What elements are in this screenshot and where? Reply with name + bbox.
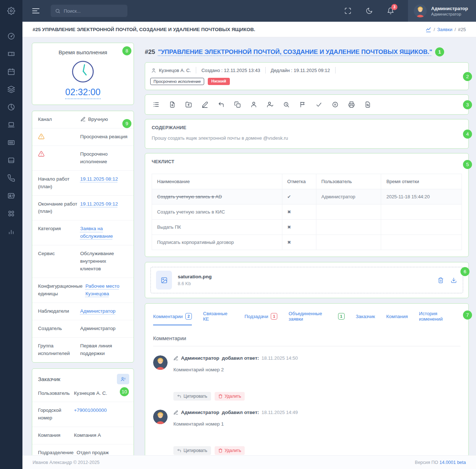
checklist-mark-done[interactable]: ✔ bbox=[282, 189, 316, 204]
checklist-item-time bbox=[381, 204, 462, 220]
sidebar-item-knowledge[interactable] bbox=[7, 156, 15, 164]
tab-merged-count-badge: 1 bbox=[338, 313, 345, 320]
customer-card: 10 Заказчик Пользователь Кузнецов А. С. … bbox=[32, 368, 134, 469]
dark-mode-icon[interactable] bbox=[366, 7, 373, 14]
laptop-icon bbox=[7, 121, 15, 129]
tab-customer[interactable]: Заказчик bbox=[356, 314, 375, 324]
reassign-user-button[interactable] bbox=[267, 101, 273, 108]
config-unit-link[interactable]: Рабочее место Кузнецова bbox=[85, 283, 119, 296]
annotation-marker-7: 7 bbox=[463, 310, 472, 320]
image-icon bbox=[161, 277, 168, 284]
tab-related-ci[interactable]: Связанные КЕ bbox=[203, 311, 233, 327]
annotation-marker-2: 2 bbox=[463, 72, 472, 81]
trash-icon bbox=[218, 394, 223, 398]
search-input[interactable] bbox=[64, 8, 122, 14]
sidebar-item-settings[interactable] bbox=[7, 7, 15, 15]
customer-label: Городской номер bbox=[38, 407, 74, 422]
assign-user-button[interactable] bbox=[250, 101, 257, 108]
checklist-mark-open[interactable]: ✖ bbox=[282, 220, 316, 235]
edit-pencil-icon bbox=[202, 101, 208, 108]
watcher-link[interactable]: Администратор bbox=[80, 308, 115, 314]
comment-text: Комментарий номер 2 bbox=[173, 367, 460, 372]
user-menu[interactable]: Администратор Администратор bbox=[408, 0, 476, 22]
customer-info-button[interactable] bbox=[117, 374, 129, 384]
detail-row-creator: Создатель Администратор bbox=[32, 320, 134, 338]
checklist-header-name: Наименование bbox=[152, 174, 282, 189]
checklist-button[interactable] bbox=[153, 101, 159, 108]
pause-button[interactable] bbox=[332, 101, 338, 108]
detail-row-executor-group: Группа исполнителей Первая линия поддерж… bbox=[32, 338, 134, 362]
search-icon bbox=[55, 8, 60, 14]
download-attachment-icon[interactable] bbox=[451, 277, 457, 283]
sidebar-item-calendar[interactable] bbox=[7, 68, 15, 76]
execution-time-card: 8 Время выполнения 02:32:00 bbox=[32, 43, 134, 105]
phone-icon bbox=[7, 174, 15, 182]
sidebar-item-tickets[interactable] bbox=[7, 50, 15, 58]
tab-subtasks-count-badge: 1 bbox=[271, 313, 277, 320]
sidebar-item-workstations[interactable] bbox=[7, 121, 15, 129]
flag-button[interactable] bbox=[299, 101, 306, 108]
detail-row-end-plan: Окончание работ (план) 19.11.2025 09:12 bbox=[32, 196, 134, 221]
detail-label: Создатель bbox=[38, 325, 80, 333]
copy-button[interactable] bbox=[234, 101, 241, 108]
sidebar-item-statistics[interactable] bbox=[7, 227, 15, 235]
sidebar-item-layers[interactable] bbox=[7, 85, 15, 93]
sidebar-item-calls[interactable] bbox=[7, 174, 15, 182]
sidebar-item-dashboard[interactable] bbox=[7, 32, 15, 40]
detail-value: Вручную bbox=[88, 116, 108, 123]
annotation-marker-6: 6 bbox=[460, 267, 469, 276]
menu-toggle-button[interactable] bbox=[32, 8, 40, 14]
delete-attachment-icon[interactable] bbox=[438, 277, 444, 283]
version-link[interactable]: 14.0001 beta bbox=[439, 460, 466, 465]
checklist-section-title: ЧЕКЛИСТ bbox=[152, 159, 462, 164]
folder-plus-icon bbox=[185, 101, 192, 108]
complete-button[interactable] bbox=[316, 101, 322, 108]
pencil-icon bbox=[173, 410, 178, 415]
phone-link[interactable]: +79001000000 bbox=[74, 407, 106, 413]
edit-button[interactable] bbox=[202, 101, 208, 108]
right-column: #25 "УПРАВЛЕНИЕ ЭЛЕКТРОННОЙ ПОЧТОЙ, СОЗД… bbox=[145, 43, 469, 466]
page-header: #25 УПРАВЛЕНИЕ ЭЛЕКТРОННОЙ ПОЧТОЙ, СОЗДА… bbox=[22, 22, 476, 37]
detail-value: Обслуживание внутренних клиентов bbox=[80, 250, 128, 273]
tab-comments[interactable]: Комментарии2 bbox=[153, 313, 192, 325]
sidebar-item-inventory[interactable] bbox=[7, 139, 15, 147]
sidebar-item-reports[interactable] bbox=[7, 103, 15, 111]
breadcrumb-link-requests[interactable]: Заявки bbox=[437, 27, 452, 32]
calendar-icon bbox=[7, 68, 15, 76]
topbar: 3 Администратор Администратор bbox=[22, 0, 476, 22]
detail-row-service: Сервис Обслуживание внутренних клиентов bbox=[32, 245, 134, 278]
execution-time-value[interactable]: 02:32:00 bbox=[65, 87, 100, 99]
comment-item: Администратор добавил ответ: 18.11.2025 … bbox=[153, 410, 460, 455]
tab-subtasks[interactable]: Подзадачи1 bbox=[245, 313, 278, 325]
ticket-title-link[interactable]: "УПРАВЛЕНИЕ ЭЛЕКТРОННОЙ ПОЧТОЙ, СОЗДАНИЕ… bbox=[158, 48, 432, 56]
preview-document-button[interactable] bbox=[365, 101, 371, 108]
quote-arrow-icon bbox=[177, 394, 181, 398]
sidebar-item-apps[interactable] bbox=[7, 210, 15, 217]
delete-comment-button[interactable]: Удалить bbox=[215, 392, 245, 401]
reply-arrow-icon bbox=[218, 101, 224, 108]
end-plan-link[interactable]: 19.11.2025 09:12 bbox=[80, 201, 118, 207]
annotation-marker-4: 4 bbox=[463, 130, 472, 139]
category-link[interactable]: Заявка на обслуживание bbox=[80, 226, 113, 239]
quote-button[interactable]: Цитировать bbox=[173, 392, 211, 401]
print-button[interactable] bbox=[348, 101, 355, 108]
quote-button[interactable]: Цитировать bbox=[173, 446, 211, 455]
tabs-row: Комментарии2 Связанные КЕ Подзадачи1 Объ… bbox=[153, 311, 460, 327]
add-folder-button[interactable] bbox=[185, 101, 192, 108]
delete-comment-button[interactable]: Удалить bbox=[215, 446, 245, 455]
checklist-mark-open[interactable]: ✖ bbox=[282, 204, 316, 220]
detail-row-channel: Канал Вручную bbox=[32, 111, 134, 128]
sidebar-item-contacts[interactable] bbox=[7, 192, 15, 200]
fullscreen-icon[interactable] bbox=[344, 7, 351, 14]
tab-history[interactable]: История изменений bbox=[419, 311, 460, 327]
checklist-mark-open[interactable]: ✖ bbox=[282, 235, 316, 250]
reply-button[interactable] bbox=[218, 101, 224, 108]
start-plan-link[interactable]: 19.11.2025 08:12 bbox=[80, 176, 118, 182]
add-file-button[interactable] bbox=[169, 101, 176, 108]
avatar bbox=[414, 4, 427, 17]
watch-history-button[interactable] bbox=[283, 101, 290, 108]
notifications-button[interactable]: 3 bbox=[387, 7, 394, 14]
tab-company[interactable]: Компания bbox=[386, 314, 408, 324]
notification-count-badge: 3 bbox=[391, 4, 397, 10]
tab-merged-requests[interactable]: Объединенные заявки1 bbox=[288, 311, 344, 327]
